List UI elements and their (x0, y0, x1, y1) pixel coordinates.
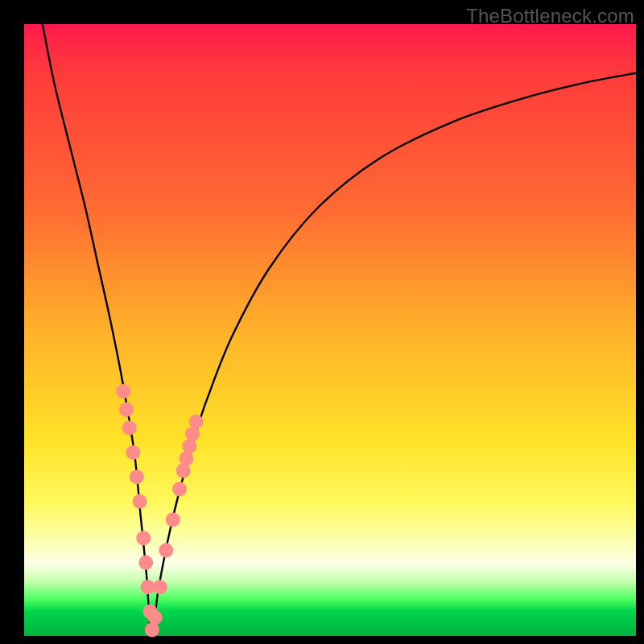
chart-svg (24, 24, 636, 636)
curve-markers (116, 384, 204, 637)
marker-dot (126, 445, 140, 460)
marker-dot (153, 580, 167, 594)
plot-area (24, 24, 636, 636)
marker-dot (189, 415, 204, 429)
marker-dot (166, 513, 180, 527)
marker-dot (119, 402, 134, 417)
marker-dot (182, 439, 196, 453)
marker-dot (130, 469, 144, 484)
marker-dot (159, 543, 173, 558)
marker-dot (179, 452, 193, 466)
marker-dot (116, 384, 130, 398)
marker-dot (176, 464, 191, 478)
marker-dot (148, 610, 163, 625)
marker-dot (133, 494, 147, 509)
marker-dot (145, 622, 159, 637)
bottleneck-curve (43, 24, 636, 636)
marker-dot (172, 482, 187, 497)
watermark-text: TheBottleneck.com (466, 5, 634, 27)
marker-dot (136, 530, 151, 545)
chart-frame: TheBottleneck.com (0, 0, 644, 644)
marker-dot (138, 555, 153, 570)
marker-dot (122, 421, 137, 436)
marker-dot (185, 427, 200, 441)
